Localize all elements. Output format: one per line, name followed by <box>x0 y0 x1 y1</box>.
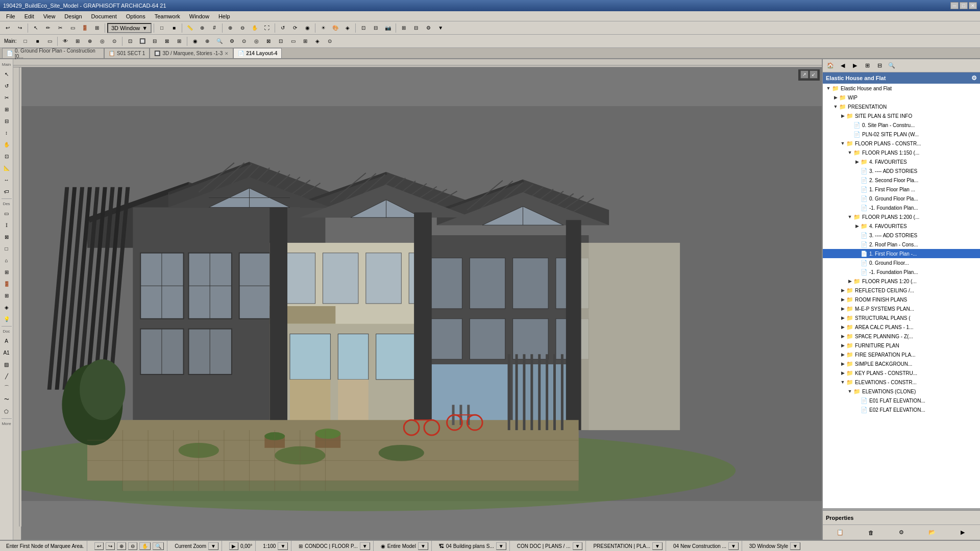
window-tool[interactable]: ⊞ <box>91 22 103 34</box>
3d-window-button[interactable]: 3D Window ▼ <box>107 23 152 33</box>
zoom-out-sb[interactable]: ⊖ <box>128 542 137 550</box>
menu-window[interactable]: Window <box>185 12 213 20</box>
line-tool[interactable]: ╱ <box>1 370 12 382</box>
main-tool2[interactable]: ■ <box>32 36 43 47</box>
tree-reflected-ceiling[interactable]: ▶ 📁 REFLECTED CEILING /... <box>823 286 980 295</box>
nav-forward-btn[interactable]: ▶ <box>849 60 861 71</box>
magnet-sb[interactable]: 🔍 <box>153 542 164 550</box>
construction-seg[interactable]: 04 New Construction ... ▼ <box>670 541 742 551</box>
opt-btn7[interactable]: ⊠ <box>263 36 274 47</box>
fit-btn[interactable]: ⛶ <box>261 22 273 34</box>
expand-ac[interactable]: ▶ <box>839 323 846 331</box>
lamp-tool[interactable]: 💡 <box>1 313 12 324</box>
tree-presentation[interactable]: ▼ 📁 PRESENTATION <box>823 102 980 111</box>
expand-favs2[interactable]: ▶ <box>853 222 861 230</box>
tree-foundation-2[interactable]: 📄 -1. Foundation Plan... <box>823 267 980 277</box>
split-tool[interactable]: ✂ <box>1 92 12 103</box>
text-tool[interactable]: A <box>1 335 12 346</box>
construction-dropdown[interactable]: ▼ <box>728 542 739 550</box>
expand-fp1200[interactable]: ▼ <box>846 213 853 220</box>
pencil-tool[interactable]: ✏ <box>42 22 54 34</box>
view-ctrl-1[interactable]: ↗ <box>800 70 808 79</box>
zoom-in-btn[interactable]: ⊕ <box>225 22 236 34</box>
view-ctrl-2[interactable]: ↙ <box>810 70 818 79</box>
nav-expand-btn[interactable]: ⊞ <box>862 60 873 71</box>
elevation-btn[interactable]: ⊟ <box>370 22 381 34</box>
expand-fp[interactable]: ▶ <box>839 342 846 349</box>
view-btn3[interactable]: ⊕ <box>84 36 95 47</box>
nav-home-btn[interactable]: 🏠 <box>825 60 836 71</box>
expand-presentation[interactable]: ▼ <box>832 103 839 110</box>
filter-btn[interactable]: ⊟ <box>410 22 422 34</box>
condoc-dropdown[interactable]: ▼ <box>573 542 583 550</box>
tree-fp-1200[interactable]: ▼ 📁 FLOOR PLANS 1:200 (... <box>823 212 980 221</box>
nav-btn2[interactable]: 🔲 <box>137 36 148 47</box>
material-btn[interactable]: ◈ <box>342 22 353 34</box>
opt-btn3[interactable]: 🔍 <box>214 36 225 47</box>
poly-tool[interactable]: ⬠ <box>1 406 12 417</box>
nav-open-btn[interactable]: 📂 <box>926 527 938 538</box>
redo-btn[interactable]: ↪ <box>14 22 26 34</box>
opt-btn9[interactable]: ▭ <box>287 36 299 47</box>
menu-help[interactable]: Help <box>214 12 234 20</box>
tree-favs2[interactable]: ▶ 📁 4. FAVOURITES <box>823 221 980 231</box>
tree-add-stories[interactable]: 📄 3. ---- ADD STORIES <box>823 166 980 176</box>
nav-btn-expand[interactable]: ↗ ↙ <box>800 70 818 79</box>
opt-btn8[interactable]: ⊡ <box>275 36 286 47</box>
tree-fire-separation[interactable]: ▶ 📁 FIRE SEPARATION PLA... <box>823 350 980 359</box>
expand-wip[interactable]: ▶ <box>832 94 839 101</box>
presentation-seg[interactable]: PRESENTATION | PLA... ▼ <box>590 541 666 551</box>
more-btn[interactable]: ▼ <box>435 22 446 34</box>
tree-key-plans[interactable]: ▶ 📁 KEY PLANS - CONSTRU... <box>823 368 980 378</box>
snap-btn[interactable]: ⊕ <box>197 22 208 34</box>
building-dropdown[interactable]: ▼ <box>496 542 506 550</box>
view-btn5[interactable]: ⊙ <box>109 36 120 47</box>
presentation-dropdown[interactable]: ▼ <box>652 542 663 550</box>
nav-search-btn[interactable]: 🔍 <box>886 60 897 71</box>
nav-back-btn[interactable]: ◀ <box>837 60 848 71</box>
tree-structural[interactable]: ▶ 📁 STRUCTURAL PLANS ( <box>823 313 980 322</box>
tree-siteplan[interactable]: ▶ 📁 SITE PLAN & SITE INFO <box>823 111 980 120</box>
menu-options[interactable]: Options <box>122 12 150 20</box>
nav-btn4[interactable]: ⊠ <box>161 36 173 47</box>
viewport[interactable]: ↗ ↙ <box>21 67 822 540</box>
tree-view[interactable]: ▼ 📁 Elastic House and Flat ▶ 📁 WIP ▼ 📁 P… <box>823 84 980 508</box>
expand-str[interactable]: ▶ <box>839 314 846 321</box>
tree-first-floor-2[interactable]: 📄 1. First Floor Plan -... <box>823 249 980 258</box>
spline-tool[interactable]: 〜 <box>1 394 12 405</box>
beam-tool[interactable]: ⊠ <box>1 231 12 242</box>
tab-layout[interactable]: 📄 214 Layout-4 <box>233 48 282 58</box>
nav-btn3[interactable]: ⊟ <box>149 36 160 47</box>
light-btn[interactable]: ☀ <box>317 22 329 34</box>
box-tool[interactable]: □ <box>156 22 167 34</box>
label-tool[interactable]: 🏷 <box>1 186 12 197</box>
drag-tool[interactable]: ✋ <box>1 139 12 150</box>
wall-tool[interactable]: ▭ <box>67 22 78 34</box>
view-btn2[interactable]: ⊞ <box>72 36 83 47</box>
nav-settings2-btn[interactable]: ⚙ <box>896 527 907 538</box>
settings-btn[interactable]: ⚙ <box>423 22 434 34</box>
object-tool[interactable]: ◈ <box>1 302 12 313</box>
tree-pln02[interactable]: 📄 PLN-02 SITE PLAN (W... <box>823 130 980 139</box>
render-btn[interactable]: 🎨 <box>330 22 341 34</box>
arrow-tool[interactable]: ↖ <box>30 22 41 34</box>
arc-tool[interactable]: ⌒ <box>1 382 12 393</box>
nav-collapse-btn[interactable]: ⊟ <box>874 60 885 71</box>
menu-edit[interactable]: Edit <box>20 12 38 20</box>
opt-btn6[interactable]: ◎ <box>251 36 262 47</box>
tree-e02[interactable]: 📄 E02 FLAT ELEVATION... <box>823 405 980 414</box>
tree-e01[interactable]: 📄 E01 FLAT ELEVATION... <box>823 396 980 405</box>
new-btn[interactable]: ↩ <box>2 22 13 34</box>
tree-second-floor[interactable]: 📄 2. Second Floor Pla... <box>823 176 980 185</box>
style-seg[interactable]: 3D Window Style ▼ <box>746 541 803 551</box>
expand-fpc[interactable]: ▼ <box>839 140 846 147</box>
3d-orbit-btn[interactable]: ⟳ <box>289 22 301 34</box>
tree-favs1[interactable]: ▶ 📁 4. FAVOURITES <box>823 157 980 166</box>
tree-elevations-clone[interactable]: ▼ 📁 ELEVATIONS (CLONE) <box>823 387 980 396</box>
nav-add-btn[interactable]: 📋 <box>835 527 846 538</box>
style-dropdown[interactable]: ▼ <box>790 542 800 550</box>
opt-btn1[interactable]: ◉ <box>189 36 201 47</box>
door-tool[interactable]: 🚪 <box>79 22 90 34</box>
angle-btn[interactable]: ▶ <box>229 542 238 550</box>
expand-favs1[interactable]: ▶ <box>853 158 861 165</box>
